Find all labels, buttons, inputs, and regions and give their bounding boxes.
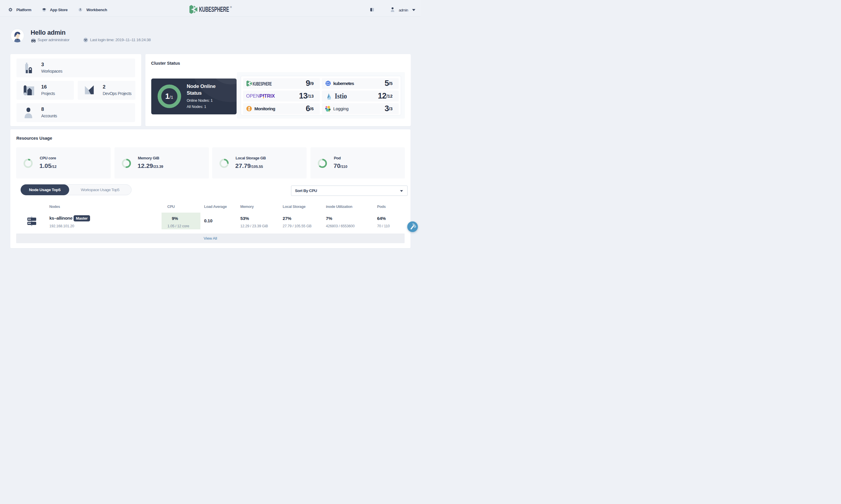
svg-text:KUBESPHERE: KUBESPHERE (252, 81, 271, 86)
svg-text:KUBESPHERE: KUBESPHERE (199, 5, 229, 13)
svg-text:®: ® (230, 6, 232, 8)
